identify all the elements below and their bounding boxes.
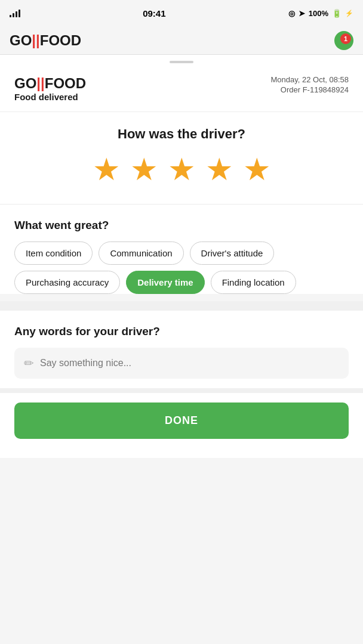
logo-go: GO: [10, 32, 32, 48]
main-sheet: GO||FOOD Food delivered Monday, 22 Oct, …: [0, 66, 363, 294]
arrow-icon: ➤: [299, 9, 305, 18]
rating-title: How was the driver?: [14, 126, 349, 142]
order-logo-go: GO: [14, 75, 36, 91]
order-logo-food: FOOD: [45, 75, 86, 91]
sheet-handle: [0, 55, 363, 66]
star-4[interactable]: ★: [205, 154, 233, 185]
battery-label: 100%: [309, 9, 328, 18]
order-header: GO||FOOD Food delivered Monday, 22 Oct, …: [14, 75, 349, 102]
charging-icon: ⚡: [345, 10, 353, 17]
pencil-icon: ✏: [24, 356, 34, 370]
handle-bar: [170, 61, 193, 63]
tags-container: Item condition Communication Driver's at…: [14, 242, 349, 294]
done-section: DONE: [0, 393, 363, 458]
tag-communication[interactable]: Communication: [99, 242, 183, 265]
order-date: Monday, 22 Oct, 08:58: [270, 75, 349, 84]
order-meta: Monday, 22 Oct, 08:58 Order F-119848924: [270, 75, 349, 95]
signal-icon: [10, 9, 20, 17]
words-input-wrap[interactable]: ✏: [14, 348, 349, 379]
status-time: 09:41: [143, 8, 165, 18]
tag-purchasing-accuracy[interactable]: Purchasing accuracy: [14, 271, 120, 294]
order-status: Food delivered: [14, 92, 86, 102]
what-went-great-section: What went great? Item condition Communic…: [14, 214, 349, 294]
words-section: Any words for your driver? ✏: [0, 306, 363, 388]
status-bar: 09:41 ◎ ➤ 100% 🔋 ⚡: [0, 0, 363, 26]
tag-finding-location[interactable]: Finding location: [211, 271, 296, 294]
tag-item-condition[interactable]: Item condition: [14, 242, 93, 265]
star-5[interactable]: ★: [243, 154, 271, 185]
battery-icon: 🔋: [332, 9, 342, 18]
star-1[interactable]: ★: [93, 154, 121, 185]
tag-drivers-attitude[interactable]: Driver's attitude: [190, 242, 275, 265]
signal-area: [10, 9, 20, 17]
logo-forks-icon: ||: [32, 32, 39, 48]
order-brand-logo: GO||FOOD: [14, 75, 86, 92]
location-icon: ◎: [288, 9, 295, 18]
divider-2: [0, 204, 363, 205]
stars-row[interactable]: ★ ★ ★ ★ ★: [14, 154, 349, 185]
order-logo-forks: ||: [36, 75, 44, 91]
notification-badge[interactable]: 1: [334, 31, 353, 50]
brand-name: GO||FOOD Food delivered: [14, 75, 86, 102]
rating-section: How was the driver? ★ ★ ★ ★ ★: [14, 122, 349, 194]
status-right-icons: ◎ ➤ 100% 🔋 ⚡: [288, 9, 353, 18]
logo-food: FOOD: [40, 32, 81, 48]
brand-logo: GO||FOOD: [10, 32, 81, 49]
words-title: Any words for your driver?: [14, 325, 349, 338]
words-input[interactable]: [40, 358, 339, 369]
done-button[interactable]: DONE: [14, 402, 349, 439]
star-3[interactable]: ★: [168, 154, 196, 185]
divider-1: [0, 112, 363, 112]
what-went-great-title: What went great?: [14, 214, 349, 232]
order-number: Order F-119848924: [270, 85, 349, 94]
top-nav-bar: GO||FOOD 1: [0, 26, 363, 55]
notification-count: 1: [340, 33, 351, 44]
tag-delivery-time[interactable]: Delivery time: [126, 271, 204, 294]
star-2[interactable]: ★: [130, 154, 158, 185]
